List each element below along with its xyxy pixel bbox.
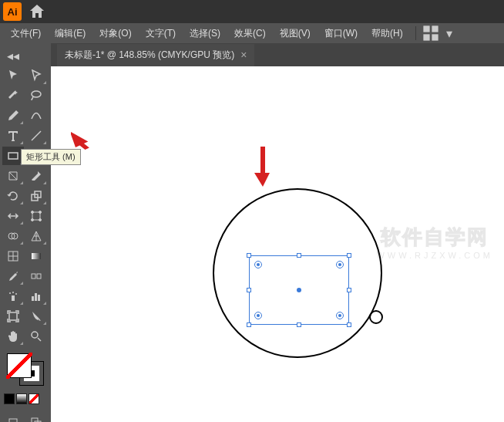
mesh-tool[interactable] [2, 247, 24, 265]
center-point[interactable] [297, 288, 301, 292]
column-graph-tool[interactable] [25, 287, 47, 306]
none-swatch[interactable] [29, 393, 39, 404]
width-tool[interactable] [2, 207, 24, 225]
document-tabs: 未标题-1* @ 148.85% (CMYK/GPU 预览) × [51, 43, 504, 66]
workspace-switcher-icon[interactable] [422, 25, 439, 42]
svg-line-5 [32, 131, 41, 140]
title-bar: Ai [0, 0, 504, 23]
scale-tool[interactable] [25, 187, 47, 205]
selection-handle[interactable] [347, 253, 351, 258]
watermark: 软件自学网 WWW.RJZXW.COM [376, 224, 493, 260]
svg-point-12 [32, 219, 34, 221]
menu-file[interactable]: 文件(F) [5, 25, 47, 42]
svg-rect-1 [432, 25, 438, 32]
svg-point-11 [39, 211, 42, 214]
annotation-arrow-icon [254, 147, 271, 190]
selection-handle[interactable] [347, 288, 351, 292]
color-swatch[interactable] [4, 393, 15, 404]
line-tool[interactable] [25, 127, 47, 145]
watermark-url: WWW.RJZXW.COM [376, 251, 493, 260]
svg-point-23 [12, 292, 14, 293]
type-tool[interactable] [2, 127, 24, 145]
svg-rect-3 [432, 34, 438, 40]
svg-rect-25 [12, 295, 15, 301]
separator [415, 26, 416, 40]
free-transform-tool[interactable] [25, 207, 47, 225]
menu-bar: 文件(F) 编辑(E) 对象(O) 文字(T) 选择(S) 效果(C) 视图(V… [0, 23, 504, 43]
canvas[interactable]: 软件自学网 WWW.RJZXW.COM [51, 66, 504, 422]
svg-rect-26 [32, 296, 34, 301]
artboard-tool[interactable] [2, 307, 24, 326]
menu-select[interactable]: 选择(S) [183, 25, 227, 42]
svg-point-4 [32, 91, 41, 97]
workspace: ◂◂ [0, 43, 504, 422]
symbol-sprayer-tool[interactable] [2, 287, 24, 306]
document-tab[interactable]: 未标题-1* @ 148.85% (CMYK/GPU 预览) × [57, 44, 254, 66]
zoom-tool[interactable] [25, 327, 47, 346]
gradient-tool[interactable] [25, 247, 47, 265]
selection-handle[interactable] [297, 253, 301, 258]
chevron-down-icon[interactable]: ▾ [441, 25, 458, 42]
blend-tool[interactable] [25, 267, 47, 285]
color-mode-swatches [4, 393, 47, 404]
watermark-text: 软件自学网 [376, 224, 493, 251]
shaper-tool[interactable] [2, 167, 24, 185]
toolbar-collapse-icon[interactable]: ◂◂ [2, 46, 24, 65]
corner-widget[interactable] [254, 261, 262, 268]
svg-point-13 [39, 219, 42, 221]
svg-rect-6 [8, 153, 18, 159]
small-circle-shape[interactable] [369, 310, 383, 324]
shape-builder-tool[interactable] [2, 227, 24, 245]
direct-selection-tool[interactable] [25, 66, 47, 85]
fill-swatch[interactable] [7, 353, 32, 378]
selection-handle[interactable] [347, 322, 351, 327]
svg-rect-28 [38, 295, 40, 301]
corner-widget[interactable] [336, 312, 344, 319]
lasso-tool[interactable] [25, 86, 47, 105]
eraser-tool[interactable] [25, 167, 47, 185]
perspective-grid-tool[interactable] [25, 227, 47, 245]
menu-type[interactable]: 文字(T) [139, 25, 182, 42]
rotate-tool[interactable] [2, 187, 24, 205]
magic-wand-tool[interactable] [2, 86, 24, 105]
selection-tool[interactable] [2, 66, 24, 85]
drawing-mode-normal[interactable] [2, 414, 24, 422]
gradient-swatch[interactable] [16, 393, 27, 404]
svg-rect-9 [32, 212, 40, 220]
eyedropper-tool[interactable] [2, 267, 24, 285]
slice-tool[interactable] [25, 307, 47, 326]
menu-effect[interactable]: 效果(C) [228, 25, 272, 42]
corner-widget[interactable] [336, 261, 344, 268]
menu-view[interactable]: 视图(V) [274, 25, 317, 42]
toolbar: ◂◂ [0, 43, 51, 422]
tab-title: 未标题-1* @ 148.85% (CMYK/GPU 预览) [65, 49, 234, 62]
menu-window[interactable]: 窗口(W) [318, 25, 364, 42]
svg-point-22 [9, 292, 11, 294]
selection-handle[interactable] [247, 288, 251, 292]
selected-rectangle[interactable] [249, 255, 349, 325]
svg-rect-32 [9, 419, 17, 422]
home-icon[interactable] [28, 2, 46, 21]
svg-point-30 [32, 332, 38, 338]
menu-object[interactable]: 对象(O) [93, 25, 137, 42]
menu-edit[interactable]: 编辑(E) [49, 25, 92, 42]
selection-handle[interactable] [247, 322, 251, 327]
selection-handle[interactable] [297, 322, 301, 327]
curvature-tool[interactable] [25, 106, 47, 125]
svg-rect-0 [423, 25, 429, 32]
svg-rect-27 [35, 293, 37, 301]
hand-tool[interactable] [2, 327, 24, 346]
pen-tool[interactable] [2, 106, 24, 125]
canvas-area: 未标题-1* @ 148.85% (CMYK/GPU 预览) × [51, 43, 504, 422]
selection-handle[interactable] [247, 253, 251, 258]
svg-rect-20 [32, 274, 35, 279]
svg-line-31 [38, 338, 41, 341]
svg-point-24 [15, 293, 17, 295]
svg-rect-19 [32, 253, 41, 259]
corner-widget[interactable] [254, 312, 262, 319]
svg-point-10 [32, 211, 34, 214]
drawing-mode-behind[interactable] [25, 414, 47, 422]
menu-help[interactable]: 帮助(H) [365, 25, 409, 42]
fill-stroke-swatches[interactable] [2, 350, 49, 389]
close-icon[interactable]: × [240, 49, 247, 61]
